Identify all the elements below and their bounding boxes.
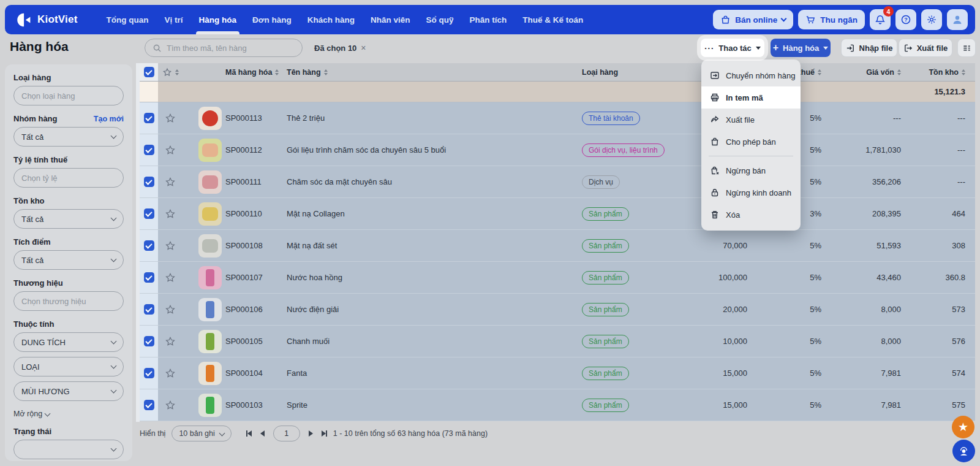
row-checkbox[interactable] [144,304,154,315]
filter-loai-select[interactable]: LOẠI [13,357,124,376]
row-checkbox[interactable] [144,145,154,155]
stock-header[interactable]: Tồn kho [908,68,975,77]
favorite-cell[interactable] [158,272,183,283]
ty-le-input[interactable] [21,174,116,183]
export-file-button[interactable]: Xuất file [899,39,952,57]
nav-item-nhan-vien[interactable]: Nhân viên [363,5,418,34]
product-stock: --- [908,113,975,123]
nav-item-so-quy[interactable]: Sổ quỹ [418,5,461,34]
product-stock: 573 [908,305,975,314]
settings-button[interactable] [921,9,942,30]
product-name: Sprite [287,400,575,410]
page-size-select[interactable]: 10 bản ghi [172,426,231,441]
row-checkbox[interactable] [144,240,154,251]
expand-filters-link[interactable]: Mở rộng [13,410,124,418]
menu-item-xuat-file[interactable]: Xuất file [701,109,801,131]
row-checkbox[interactable] [144,272,154,283]
type-header[interactable]: Loại hàng [575,68,703,77]
row-checkbox[interactable] [144,113,154,123]
menu-item-chuyen-nhom-hang[interactable]: Chuyển nhóm hàng [701,64,801,86]
sell-online-button[interactable]: Bán online [713,10,793,29]
menu-item-in-tem-ma[interactable]: In tem mã [701,86,801,109]
table-row[interactable]: SP000111 Chăm sóc da mặt chuyên sâu Dịch… [140,166,975,198]
nav-item-hang-hoa[interactable]: Hàng hóa [191,5,245,34]
table-row[interactable]: SP000103 Sprite Sản phẩm 15,000 5% 7,981… [140,389,975,421]
filter-trang-thai-select[interactable] [13,440,124,459]
favorite-cell[interactable] [158,177,183,188]
chevron-down-icon [111,133,117,139]
table-row[interactable]: SP000107 Nước hoa hồng Sản phẩm 100,000 … [140,262,975,294]
filter-tich-diem-select[interactable]: Tất cả [13,250,124,270]
favorite-cell[interactable] [158,145,183,156]
nav-item-don-hang[interactable]: Đơn hàng [244,5,300,34]
kiotviet-logo-icon [16,12,32,28]
nav-item-phan-tich[interactable]: Phân tích [461,5,514,34]
thuong-hieu-input[interactable] [21,297,116,306]
product-tax: 5% [758,273,829,282]
favorite-cell[interactable] [158,400,183,411]
notifications-button[interactable]: 4 [870,9,891,30]
code-header[interactable]: Mã hàng hóa [225,68,287,77]
filter-thuong-hieu[interactable] [13,291,124,311]
next-page-button[interactable] [309,430,313,437]
filter-ton-kho-select[interactable]: Tất cả [13,209,124,229]
add-product-button[interactable]: + Hàng hóa [771,39,831,57]
brand[interactable]: KiotViet [16,12,78,28]
menu-item-cho-phep-ban[interactable]: Cho phép bán [701,131,801,153]
actions-button[interactable]: ··· Thao tác [701,39,764,57]
menu-item-ngung-ban[interactable]: Ngừng bán [701,159,801,181]
row-checkbox[interactable] [144,177,154,187]
filter-nhom-hang-select[interactable]: Tất cả [13,127,124,147]
column-settings-button[interactable] [957,39,976,57]
filter-dung-tich-select[interactable]: DUNG TÍCH [13,332,124,352]
profile-button[interactable] [947,9,968,30]
filter-label-loai-hang: Loại hàng [13,73,124,82]
search-input[interactable] [167,44,295,53]
row-check-cell [140,389,158,421]
row-checkbox[interactable] [144,368,154,378]
rating-float-button[interactable]: ★ [952,416,974,438]
row-checkbox[interactable] [144,336,154,346]
table-row[interactable]: SP000104 Fanta Sản phẩm 15,000 5% 7,981 … [140,357,975,389]
star-header[interactable] [158,67,183,77]
product-search[interactable] [145,39,303,57]
import-file-button[interactable]: Nhập file [841,39,897,57]
nav-item-thue-ke-toan[interactable]: Thuế & Kế toán [514,5,591,34]
table-row[interactable]: SP000106 Nước điện giải Sản phẩm 20,000 … [140,294,975,326]
table-row[interactable]: SP000113 Thẻ 2 triệu Thẻ tài khoản 5% --… [140,102,975,134]
filter-loai-hang[interactable] [13,86,124,105]
favorite-cell[interactable] [158,113,183,124]
favorite-cell[interactable] [158,304,183,315]
clear-selection-icon[interactable]: × [361,43,366,53]
cashier-button[interactable]: Thu ngân [798,10,865,29]
favorite-cell[interactable] [158,368,183,379]
help-button[interactable]: ? [895,9,916,30]
name-header[interactable]: Tên hàng [287,68,575,77]
cost-header[interactable]: Giá vốn [829,68,908,77]
filter-mui-huong-select[interactable]: MÙI HƯƠNG [13,381,124,401]
support-float-button[interactable] [952,440,975,462]
favorite-cell[interactable] [158,240,183,251]
menu-item-xoa[interactable]: Xóa [701,204,801,226]
row-checkbox[interactable] [144,400,154,410]
first-page-button[interactable] [246,430,252,437]
table-row[interactable]: SP000110 Mặt nạ Collagen Sản phẩm 3% 208… [140,198,975,230]
nav-item-vi-tri[interactable]: Vị trí [157,5,191,34]
table-row[interactable]: SP000112 Gói liệu trình chăm sóc da chuy… [140,134,975,166]
table-row[interactable]: SP000108 Mặt nạ đất sét Sản phẩm 70,000 … [140,230,975,262]
prev-page-button[interactable] [260,430,265,437]
table-row[interactable]: SP000105 Chanh muối Sản phẩm 10,000 5% 8… [140,326,975,357]
favorite-cell[interactable] [158,208,183,220]
create-group-link[interactable]: Tạo mới [94,115,124,123]
nav-item-tong-quan[interactable]: Tổng quan [99,5,157,34]
select-all-checkbox[interactable] [144,67,154,77]
filter-ty-le-thue[interactable] [13,168,124,188]
last-page-button[interactable] [322,430,327,437]
favorite-cell[interactable] [158,336,183,347]
nav-item-khach-hang[interactable]: Khách hàng [300,5,363,34]
loai-hang-input[interactable] [21,91,116,101]
menu-item-ngung-kinh-doanh[interactable]: Ngừng kinh doanh [701,181,801,204]
page-number-input[interactable] [273,426,300,441]
row-checkbox[interactable] [144,208,154,219]
product-thumbnail [198,234,222,258]
